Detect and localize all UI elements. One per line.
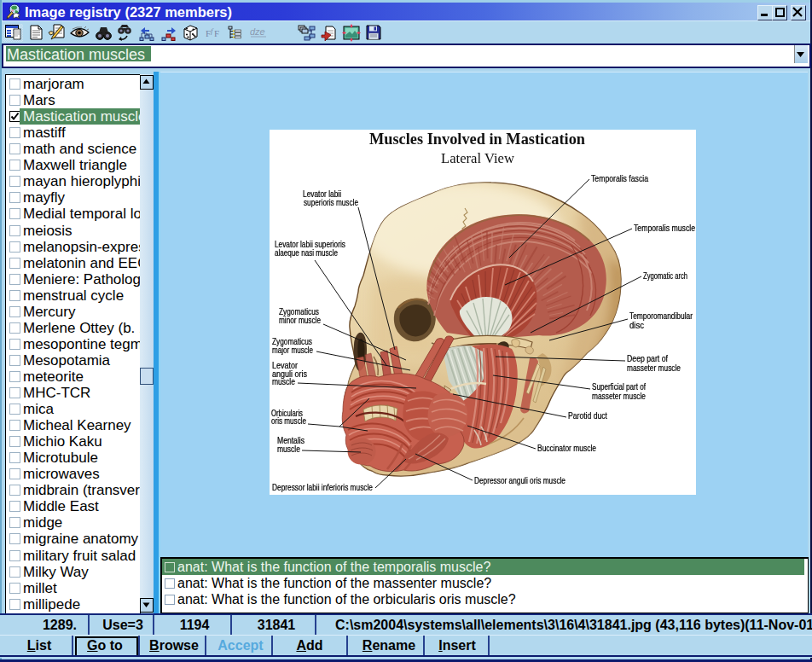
svg-text:Superficial part of: Superficial part of [592,382,646,392]
svg-text:alaeque nasi muscle: alaeque nasi muscle [275,248,338,258]
svg-text:Depressor labii inferioris mus: Depressor labii inferioris muscle [272,483,373,492]
svg-text:oris muscle: oris muscle [271,416,306,426]
svg-text:masseter muscle: masseter muscle [627,363,681,373]
svg-text:masseter muscle: masseter muscle [592,392,646,401]
svg-text:Zygomatic arch: Zygomatic arch [643,271,687,281]
svg-text:minor muscle: minor muscle [279,316,321,325]
svg-text:muscle: muscle [277,444,300,454]
svg-text:dze: dze [250,26,265,37]
svg-text:Muscles Involved in Masticatio: Muscles Involved in Mastication [369,130,585,148]
svg-text:Lateral View: Lateral View [441,150,514,166]
svg-text:Depressor anguli oris muscle: Depressor anguli oris muscle [474,476,566,485]
svg-text:major muscle: major muscle [272,346,313,355]
svg-text:Deep part of: Deep part of [627,354,668,363]
svg-text:F: F [214,28,219,38]
svg-text:disc: disc [629,321,644,330]
svg-text:Temporalis fascia: Temporalis fascia [591,174,648,183]
svg-text:superioris muscle: superioris muscle [304,198,358,207]
svg-text:Temporomandibular: Temporomandibular [629,311,693,321]
svg-text:muscle: muscle [272,377,295,386]
svg-text:Buccinator muscle: Buccinator muscle [537,444,596,453]
svg-text:Temporalis muscle: Temporalis muscle [634,224,695,233]
svg-text:Parotid duct: Parotid duct [568,411,607,421]
